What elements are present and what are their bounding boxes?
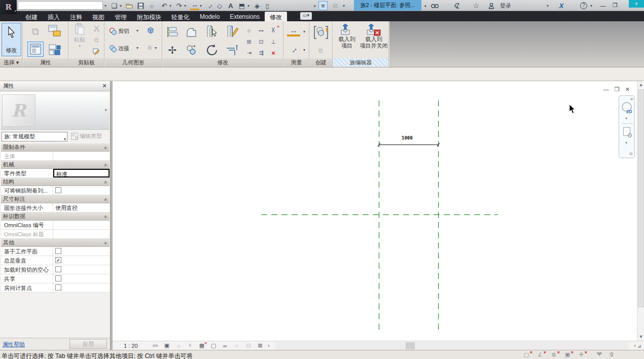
cut-geometry-label[interactable]: 剪切: [118, 27, 129, 35]
load-into-project-close-button[interactable]: 载入到 项目并关闭: [360, 23, 388, 57]
wall-joins-dropdown-icon[interactable]: ▾: [155, 46, 157, 50]
communication-center-icon[interactable]: [452, 1, 461, 10]
signin-dropdown-icon[interactable]: ▾: [547, 4, 549, 8]
property-value[interactable]: [53, 274, 110, 283]
scroll-up-icon[interactable]: ▲: [637, 81, 644, 89]
panel-geometry-label[interactable]: 几何图形: [105, 58, 162, 67]
tab-附加模块[interactable]: 附加模块: [132, 12, 166, 21]
property-value[interactable]: [53, 186, 110, 195]
property-value[interactable]: [53, 283, 110, 292]
default-3d-view-icon[interactable]: ⬒: [237, 1, 246, 10]
tab-管理[interactable]: 管理: [110, 12, 132, 21]
select-links-icon[interactable]: ▢×: [522, 351, 530, 358]
property-row[interactable]: 共享: [1, 274, 110, 283]
app-menu-button[interactable]: R▾: [0, 0, 17, 14]
tab-Modelo[interactable]: Modelo: [195, 12, 225, 21]
filter-icon[interactable]: [596, 352, 602, 356]
infocenter-collapse-icon[interactable]: ◂: [313, 4, 315, 8]
collapse-icon[interactable]: «: [102, 216, 110, 219]
view-minimize-icon[interactable]: —: [603, 86, 609, 92]
scale-icon[interactable]: ⊡: [256, 37, 266, 47]
favorites-icon[interactable]: ☆: [472, 1, 481, 10]
checkbox[interactable]: ✓: [55, 257, 61, 263]
tab-视图[interactable]: 视图: [87, 12, 110, 21]
checkbox[interactable]: [55, 187, 61, 193]
dimension-line[interactable]: [379, 145, 439, 145]
tab-Extensions[interactable]: Extensions: [225, 12, 265, 21]
hscroll-right-icon[interactable]: ›: [634, 342, 636, 348]
wall-joins-icon[interactable]: ⊗: [145, 43, 155, 53]
panel-clipboard-label[interactable]: 剪贴板: [69, 58, 104, 67]
navbar-close-icon[interactable]: ⊗: [630, 97, 633, 101]
vertical-scroll-thumb[interactable]: [638, 89, 644, 307]
apply-button[interactable]: 应用: [69, 339, 107, 349]
copy-element-icon[interactable]: [184, 43, 199, 58]
property-row[interactable]: OmniClass 标题: [1, 230, 110, 239]
panel-properties-label[interactable]: 属性: [23, 58, 68, 67]
panel-select-label[interactable]: 选择 ▾: [0, 58, 22, 67]
property-value[interactable]: [53, 221, 110, 229]
temporary-hide-isolate-icon[interactable]: ∞: [221, 342, 229, 349]
hscroll-left-icon[interactable]: ‹: [268, 342, 270, 348]
shadows-icon[interactable]: ☀: [186, 342, 194, 349]
detail-level-icon[interactable]: ▭: [151, 342, 159, 349]
property-row[interactable]: 圆形连接件大小使用直径: [1, 203, 110, 212]
select-underlay-icon[interactable]: ∠×: [536, 351, 544, 358]
measure-dropdown2-icon[interactable]: ▾: [303, 29, 305, 34]
worksharing-display-icon[interactable]: ⊡: [244, 342, 253, 349]
ribbon-display-toggle[interactable]: ▭▾: [300, 12, 312, 20]
pin-icon[interactable]: ⊥: [268, 37, 278, 47]
property-value[interactable]: [53, 230, 110, 238]
collapse-icon[interactable]: «: [102, 198, 110, 201]
property-value[interactable]: [53, 152, 110, 160]
show-geometry-icon[interactable]: [146, 25, 156, 35]
cut-geometry-icon[interactable]: [108, 26, 118, 37]
array-icon[interactable]: ⊞: [244, 37, 254, 47]
mirror-axis-icon[interactable]: ⇥: [244, 48, 254, 58]
property-row[interactable]: 房间计算点: [1, 283, 110, 293]
trim-extend-multiple-icon[interactable]: [225, 23, 241, 40]
text-icon[interactable]: A: [226, 1, 235, 10]
tab-修改[interactable]: 修改: [265, 12, 287, 21]
default-3d-view-dropdown-icon[interactable]: ▾: [247, 4, 249, 8]
close-inactive-windows-icon[interactable]: ⊠: [331, 1, 340, 10]
help-icon[interactable]: ?: [579, 1, 588, 10]
property-group-header[interactable]: 尺寸标注«: [1, 195, 110, 203]
visual-style-icon[interactable]: ▣: [163, 342, 171, 349]
properties-toggle-icon[interactable]: [27, 42, 44, 57]
sync-icon[interactable]: ◈: [147, 1, 156, 10]
join-geometry-label[interactable]: 连接: [118, 45, 129, 52]
mirror-line-icon[interactable]: ⇶: [256, 48, 266, 58]
preview-dropdown-icon[interactable]: ▾: [104, 107, 107, 113]
exchange-apps-icon[interactable]: X: [557, 1, 566, 10]
property-group-header[interactable]: 其他«: [1, 239, 110, 247]
load-into-project-button[interactable]: 载入到 项目: [335, 23, 359, 57]
dimension-aligned-icon[interactable]: ↔: [284, 41, 302, 58]
signin-icon[interactable]: [487, 1, 496, 10]
property-row[interactable]: 总是垂直✓: [1, 256, 110, 265]
measure-between-icon[interactable]: ↔: [287, 25, 300, 37]
split-with-gap-icon[interactable]: ⊶: [256, 25, 266, 35]
property-row[interactable]: 可将钢筋附着到...: [1, 186, 110, 195]
property-value[interactable]: [53, 265, 110, 274]
undo-dropdown-icon[interactable]: ▾: [169, 4, 171, 8]
family-types-icon[interactable]: [47, 43, 63, 57]
type-selector[interactable]: 族: 常规模型 ▾: [2, 132, 67, 141]
switch-windows-dropdown-icon[interactable]: ▾: [120, 4, 122, 8]
tab-轻量化[interactable]: 轻量化: [166, 12, 195, 21]
checkbox[interactable]: [55, 284, 61, 291]
aligned-dimension-icon[interactable]: ↔: [203, 0, 216, 12]
dimension-dropdown-icon[interactable]: ▾: [303, 48, 305, 52]
tab-创建[interactable]: 创建: [20, 12, 43, 21]
create-similar-icon[interactable]: ⧈: [314, 44, 327, 57]
paste-button[interactable]: 粘贴 ▾: [71, 23, 88, 57]
property-group-header[interactable]: 结构«: [1, 178, 110, 186]
scroll-down-icon[interactable]: ▼: [637, 333, 644, 341]
trim-corner-icon[interactable]: [225, 43, 240, 58]
panel-family-editor-label[interactable]: 族编辑器: [333, 58, 388, 67]
modify-button[interactable]: 修改: [2, 23, 21, 56]
select-pinned-icon[interactable]: ≣×: [550, 351, 558, 358]
align-icon[interactable]: [165, 24, 180, 40]
vertical-scrollbar[interactable]: ▲ ▼: [637, 81, 644, 341]
split-element-icon[interactable]: ⊹: [244, 25, 254, 35]
